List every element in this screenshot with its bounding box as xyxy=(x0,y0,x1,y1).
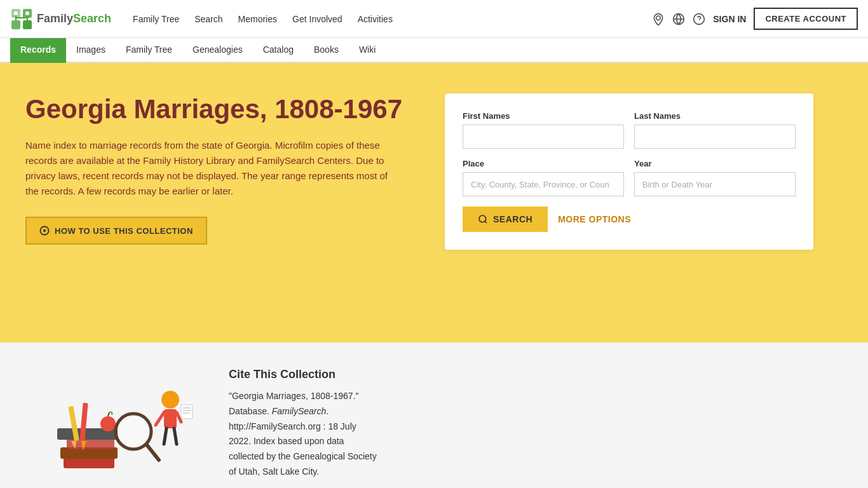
tab-books[interactable]: Books xyxy=(304,38,349,63)
name-row: First Names Last Names xyxy=(463,111,796,149)
place-input[interactable] xyxy=(463,172,624,196)
place-group: Place xyxy=(463,159,624,196)
search-actions: SEARCH MORE OPTIONS xyxy=(463,207,796,232)
svg-line-33 xyxy=(156,412,164,425)
sign-in-button[interactable]: SIGN IN xyxy=(713,14,746,24)
cite-line2: Database. FamilySearch. xyxy=(229,406,329,416)
create-account-button[interactable]: CREATE ACCOUNT xyxy=(754,8,858,30)
svg-line-17 xyxy=(485,221,487,223)
svg-point-9 xyxy=(656,16,661,20)
svg-point-4 xyxy=(14,11,18,15)
first-names-input[interactable] xyxy=(463,125,624,149)
top-nav: FamilySearch Family Tree Search Memories… xyxy=(0,0,868,38)
secondary-nav: Records Images Family Tree Genealogies C… xyxy=(0,38,868,63)
svg-rect-32 xyxy=(164,409,177,428)
nav-get-involved[interactable]: Get Involved xyxy=(286,10,349,28)
svg-point-15 xyxy=(44,230,46,232)
help-icon-button[interactable] xyxy=(693,13,705,25)
illustration-svg xyxy=(25,368,203,488)
svg-line-30 xyxy=(147,445,159,460)
year-input[interactable] xyxy=(634,172,796,196)
help-icon xyxy=(693,13,705,25)
page-title: Georgia Marriages, 1808-1967 xyxy=(25,93,419,125)
location-icon-button[interactable] xyxy=(652,13,665,25)
tab-records[interactable]: Records xyxy=(10,38,66,63)
svg-line-34 xyxy=(177,412,181,422)
hero-description: Name index to marriage records from the … xyxy=(25,138,394,199)
logo-family-text: Family xyxy=(37,12,73,25)
cite-text: "Georgia Marriages, 1808-1967." Database… xyxy=(229,389,843,480)
tab-wiki[interactable]: Wiki xyxy=(349,38,386,63)
last-names-input[interactable] xyxy=(634,125,796,149)
nav-search[interactable]: Search xyxy=(188,10,229,28)
tab-images[interactable]: Images xyxy=(66,38,116,63)
nav-family-tree[interactable]: Family Tree xyxy=(126,10,186,28)
main-nav: Family Tree Search Memories Get Involved… xyxy=(126,10,652,28)
svg-point-16 xyxy=(479,215,486,222)
cite-section: Cite This Collection "Georgia Marriages,… xyxy=(229,368,843,480)
nav-memories[interactable]: Memories xyxy=(232,10,283,28)
last-names-group: Last Names xyxy=(634,111,796,149)
hero-section: Georgia Marriages, 1808-1967 Name index … xyxy=(0,63,868,342)
svg-rect-37 xyxy=(181,405,193,419)
search-icon xyxy=(478,214,488,224)
year-label: Year xyxy=(634,159,796,168)
first-names-group: First Names xyxy=(463,111,624,149)
hero-content: Georgia Marriages, 1808-1967 Name index … xyxy=(25,93,419,245)
logo-search-text: Search xyxy=(73,12,111,25)
svg-point-29 xyxy=(118,416,149,447)
first-names-label: First Names xyxy=(463,111,624,121)
svg-point-5 xyxy=(25,11,29,15)
top-nav-right: SIGN IN CREATE ACCOUNT xyxy=(652,8,858,30)
place-year-row: Place Year xyxy=(463,159,796,196)
tab-genealogies[interactable]: Genealogies xyxy=(182,38,253,63)
svg-point-14 xyxy=(40,227,48,235)
place-label: Place xyxy=(463,159,624,168)
tab-catalog[interactable]: Catalog xyxy=(253,38,304,63)
logo[interactable]: FamilySearch xyxy=(10,8,111,30)
nav-activities[interactable]: Activities xyxy=(351,10,399,28)
more-options-button[interactable]: MORE OPTIONS xyxy=(558,214,631,224)
svg-line-23 xyxy=(108,412,109,416)
svg-rect-2 xyxy=(11,20,20,29)
how-to-use-button[interactable]: HOW TO USE THIS COLLECTION xyxy=(25,217,207,245)
compass-icon xyxy=(39,226,50,236)
location-icon xyxy=(652,13,665,25)
svg-rect-3 xyxy=(23,20,32,29)
globe-icon xyxy=(672,13,685,25)
search-button[interactable]: SEARCH xyxy=(463,207,548,232)
svg-point-22 xyxy=(100,416,116,431)
illustration xyxy=(25,368,203,488)
svg-point-31 xyxy=(161,391,179,409)
svg-line-35 xyxy=(164,428,166,444)
logo-icon xyxy=(10,8,33,30)
cite-heading: Cite This Collection xyxy=(229,368,843,381)
year-group: Year xyxy=(634,159,796,196)
globe-icon-button[interactable] xyxy=(672,13,685,25)
search-card: First Names Last Names Place Year xyxy=(445,93,813,250)
bottom-section: Cite This Collection "Georgia Marriages,… xyxy=(0,342,868,488)
tab-family-tree[interactable]: Family Tree xyxy=(116,38,182,63)
svg-line-36 xyxy=(174,428,177,444)
last-names-label: Last Names xyxy=(634,111,796,121)
